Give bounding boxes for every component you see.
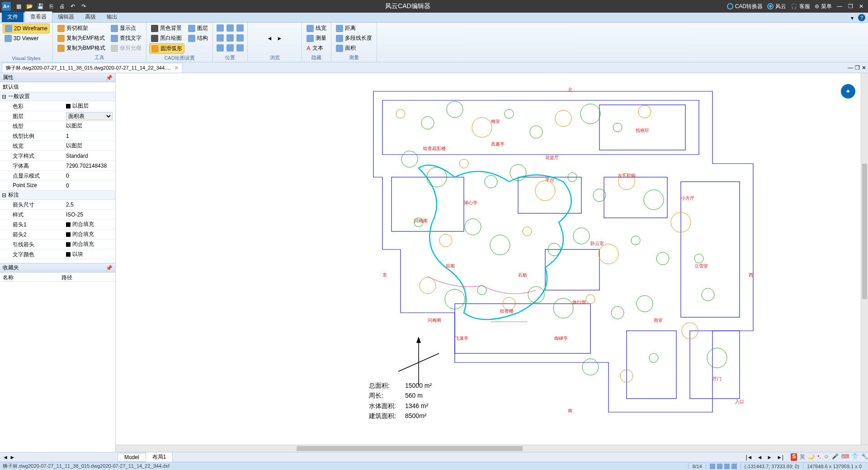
wireframe-button[interactable]: 2D Wireframe [3, 24, 50, 33]
property-row[interactable]: 文字样式Standard [0, 151, 115, 161]
canvas-fab-button[interactable]: ✦ [841, 84, 855, 99]
browse-prev[interactable]: ◄ [265, 34, 274, 43]
document-tab-close-icon[interactable]: ✕ [175, 65, 179, 71]
measure-area-button[interactable]: 面积 [334, 43, 374, 53]
save-all-icon[interactable]: ⎘ [46, 1, 56, 11]
nav-first-icon[interactable]: |◄ [744, 454, 754, 461]
model-tab-model[interactable]: Model [118, 453, 146, 462]
property-value[interactable]: 闭合填充 [63, 230, 115, 239]
tab-file[interactable]: 文件 [2, 12, 24, 22]
doc-max-icon[interactable]: ❐ [855, 65, 860, 71]
favorites-col-path[interactable]: 路径 [59, 273, 75, 281]
structure-button[interactable]: 结构 [186, 33, 210, 43]
find-text-button[interactable]: 查找文字 [109, 33, 143, 43]
layer-button[interactable]: 图层 [186, 24, 210, 33]
measure-distance-button[interactable]: 距离 [334, 24, 374, 33]
new-icon[interactable]: ▦ [14, 1, 24, 11]
vertical-scrollbar[interactable] [861, 73, 868, 445]
ime-keyboard-icon[interactable]: ⌨ [841, 453, 849, 461]
ime-punct-icon[interactable]: •, [817, 453, 821, 461]
redo-icon[interactable]: ↷ [79, 1, 89, 11]
property-value[interactable]: Standard [63, 151, 115, 160]
pos-btn-3[interactable] [236, 24, 245, 33]
property-row[interactable]: 色彩以图层 [0, 101, 115, 111]
property-row[interactable]: 箭头2闭合填充 [0, 230, 115, 240]
ime-sogou-icon[interactable]: S [791, 453, 797, 461]
pos-btn-7[interactable] [216, 43, 225, 52]
show-point-button[interactable]: 显示点 [109, 24, 143, 33]
pos-btn-9[interactable] [236, 43, 245, 52]
property-row[interactable]: 线型以图层 [0, 121, 115, 131]
property-value[interactable]: 7290.702148438 [63, 161, 115, 170]
section-general[interactable]: ⊟ 一般设置 [0, 92, 115, 101]
property-row[interactable]: 图层面积表 [0, 111, 115, 121]
property-value[interactable]: 面积表 [63, 111, 115, 121]
tab-editor[interactable]: 编辑器 [52, 12, 80, 22]
open-icon[interactable]: 📂 [24, 1, 34, 11]
property-select[interactable]: 面积表 [66, 112, 113, 120]
hide-text-button[interactable]: A文本 [305, 43, 328, 53]
pos-btn-4[interactable] [216, 33, 225, 42]
ime-tool-icon[interactable]: 🔧 [861, 453, 868, 461]
drawing-canvas[interactable]: ✦ [116, 73, 868, 445]
property-value[interactable]: 0 [63, 181, 115, 190]
section-dimension[interactable]: ⊟ 标注 [0, 191, 115, 200]
favorites-pin-icon[interactable]: 📌 [106, 265, 113, 271]
viewer-3d-button[interactable]: 3D Viewer [3, 34, 50, 43]
hide-measure-button[interactable]: 测量 [305, 33, 328, 43]
close-button[interactable]: ✕ [856, 1, 866, 11]
property-value[interactable]: 闭合填充 [63, 240, 115, 249]
tab-viewer[interactable]: 查看器 [24, 11, 52, 22]
doc-restore-icon[interactable]: — [848, 65, 853, 71]
property-row[interactable]: Point Size0 [0, 181, 115, 191]
property-value[interactable]: ISO-25 [63, 210, 115, 219]
copy-bmp-button[interactable]: 复制为BMP格式 [56, 43, 107, 53]
property-value[interactable]: 0 [63, 171, 115, 180]
hide-lineweight-button[interactable]: 线宽 [305, 24, 328, 33]
copy-emf-button[interactable]: 复制为EMF格式 [56, 33, 107, 43]
smooth-arc-button[interactable]: 圆滑弧形 [149, 43, 184, 54]
property-row[interactable]: 线宽以图层 [0, 141, 115, 151]
property-row[interactable]: 线型比例1 [0, 131, 115, 141]
property-value[interactable]: 以块 [63, 249, 115, 259]
ime-emoji-icon[interactable]: ☺ [824, 453, 829, 461]
fengyun-link[interactable]: 风云 [767, 3, 786, 10]
nav-prev-icon[interactable]: ◄ [755, 454, 764, 461]
cad-converter-link[interactable]: CAD转换器 [727, 3, 763, 10]
clip-frame-button[interactable]: 剪切框架 [56, 24, 107, 33]
nav-next-icon[interactable]: ► [765, 454, 774, 461]
property-row[interactable]: 点显示模式0 [0, 171, 115, 181]
bw-draw-button[interactable]: 黑白绘图 [149, 33, 184, 43]
menu-link[interactable]: ⊜菜单 [815, 3, 832, 10]
property-value[interactable]: 以图层 [63, 141, 115, 150]
property-row[interactable]: 样式ISO-25 [0, 210, 115, 220]
model-tab-layout1[interactable]: 布局1 [146, 452, 173, 462]
minimize-button[interactable]: — [835, 1, 844, 11]
pos-btn-8[interactable] [226, 43, 235, 52]
property-value[interactable]: 以图层 [63, 101, 115, 111]
ime-lang[interactable]: 英 [800, 453, 805, 461]
pos-btn-2[interactable] [226, 24, 235, 33]
property-row[interactable]: 引线箭头闭合填充 [0, 240, 115, 249]
help-icon[interactable]: ? [858, 14, 865, 21]
document-tab[interactable]: 狮子林.dwg2020-07-27_11_11_38_015.dwg2020-0… [2, 63, 183, 73]
save-icon[interactable]: 💾 [35, 1, 45, 11]
property-value[interactable]: 1 [63, 131, 115, 141]
property-row[interactable]: 箭头1闭合填充 [0, 220, 115, 230]
ribbon-minimize-icon[interactable]: ▾ [848, 14, 856, 22]
tab-output[interactable]: 输出 [101, 12, 123, 22]
property-row[interactable]: 文字颜色以块 [0, 249, 115, 259]
measure-polyline-button[interactable]: 多段线长度 [334, 33, 374, 43]
doc-close-icon[interactable]: ✕ [862, 65, 866, 71]
property-row[interactable]: 箭头尺寸2.5 [0, 200, 115, 210]
browse-next[interactable]: ► [275, 34, 284, 43]
nav-last-icon[interactable]: ►| [775, 454, 785, 461]
ime-moon-icon[interactable]: 🌙 [808, 453, 815, 461]
status-snap-icons[interactable] [706, 464, 741, 469]
pos-btn-6[interactable] [236, 33, 245, 42]
maximize-button[interactable]: ❐ [845, 1, 855, 11]
property-value[interactable]: 闭合填充 [63, 220, 115, 229]
tab-advanced[interactable]: 高级 [80, 12, 101, 22]
property-row[interactable]: 字体高7290.702148438 [0, 161, 115, 171]
property-value[interactable]: 以图层 [63, 121, 115, 131]
